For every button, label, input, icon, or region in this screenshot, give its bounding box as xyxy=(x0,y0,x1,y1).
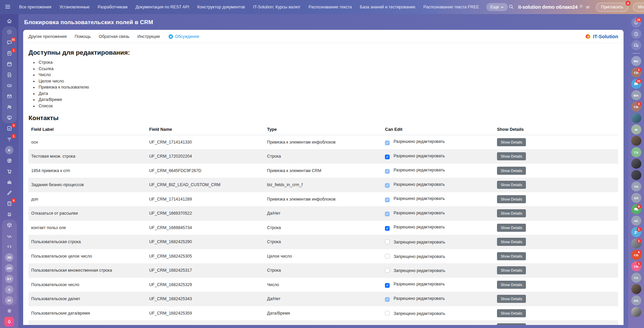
show-details-button[interactable]: Show Details xyxy=(497,238,526,246)
right-sidebar-item[interactable] xyxy=(631,307,642,317)
can-edit-checkbox[interactable] xyxy=(385,141,390,145)
left-sidebar-item[interactable]: 31 xyxy=(2,37,17,48)
right-sidebar-item[interactable]: ОА xyxy=(631,295,642,306)
right-sidebar-item[interactable]: ГА xyxy=(631,273,642,283)
can-edit-checkbox[interactable] xyxy=(385,183,390,188)
right-sidebar-item[interactable]: 8 xyxy=(631,204,642,214)
right-sidebar-item[interactable] xyxy=(631,284,642,294)
tab[interactable]: Обратная связь xyxy=(99,34,129,39)
can-edit-checkbox[interactable] xyxy=(385,283,390,288)
right-sidebar-item[interactable]: МА xyxy=(631,90,642,100)
right-sidebar-item[interactable]: ТЭ xyxy=(631,147,642,157)
left-sidebar-item[interactable] xyxy=(2,16,17,26)
show-details-button[interactable]: Show Details xyxy=(497,295,526,303)
tab[interactable]: Инструкции xyxy=(138,34,160,39)
topbar-nav-item[interactable]: Все приложения xyxy=(19,5,51,9)
show-details-button[interactable]: Show Details xyxy=(497,323,526,325)
tab[interactable]: Помощь xyxy=(75,34,91,39)
left-sidebar-item[interactable] xyxy=(2,177,17,187)
right-sidebar-item[interactable]: 1 xyxy=(631,227,642,237)
right-sidebar-item[interactable] xyxy=(631,29,642,39)
left-sidebar-item[interactable]: Б xyxy=(2,145,17,155)
show-details-button[interactable]: Show Details xyxy=(497,209,526,217)
topbar-nav-item[interactable]: Распознавание текста FREE xyxy=(424,5,479,9)
show-details-button[interactable]: Show Details xyxy=(497,181,526,189)
brand[interactable]: IT-Solution xyxy=(585,34,618,40)
show-details-button[interactable]: Show Details xyxy=(497,195,526,203)
topbar-nav-item[interactable]: Распознавание текста xyxy=(308,5,352,9)
left-sidebar-item[interactable]: 1 xyxy=(2,134,17,145)
can-edit-checkbox[interactable] xyxy=(385,311,390,316)
left-sidebar-item[interactable] xyxy=(2,241,17,252)
left-sidebar-item[interactable] xyxy=(2,316,17,327)
left-sidebar-item[interactable] xyxy=(2,26,17,37)
left-sidebar-item[interactable]: ЗВ xyxy=(2,252,17,263)
left-sidebar-item[interactable] xyxy=(2,166,17,177)
sliders-icon[interactable] xyxy=(585,5,590,10)
right-sidebar-item[interactable]: 15 xyxy=(631,17,642,28)
left-sidebar-item[interactable] xyxy=(2,187,17,198)
right-sidebar-item[interactable]: СБ 6 xyxy=(631,250,642,260)
left-sidebar-item[interactable]: 3 xyxy=(2,123,17,134)
topbar-nav-item[interactable]: IT-Solution: Курсы валют xyxy=(253,5,300,9)
left-sidebar-item[interactable] xyxy=(2,102,17,112)
tab[interactable]: Обсуждение xyxy=(168,34,199,39)
left-sidebar-item[interactable]: БТ xyxy=(2,273,17,284)
show-details-button[interactable]: Show Details xyxy=(497,152,526,160)
show-details-button[interactable]: Show Details xyxy=(497,167,526,175)
topbar-nav-item[interactable]: Установленные xyxy=(59,5,90,9)
more-menu-button[interactable]: Еще xyxy=(486,3,507,11)
right-sidebar-item[interactable] xyxy=(631,40,642,50)
right-sidebar-item[interactable] xyxy=(631,159,642,169)
show-details-button[interactable]: Show Details xyxy=(497,138,526,146)
topbar-button[interactable]: Пригласить 9 xyxy=(596,3,628,12)
right-sidebar-item[interactable]: ТН xyxy=(631,181,642,192)
left-sidebar-item[interactable]: Ю xyxy=(2,295,17,306)
left-sidebar-item[interactable] xyxy=(2,209,17,220)
topbar-nav-item[interactable]: Разработчикам xyxy=(98,5,128,9)
show-details-button[interactable]: Show Details xyxy=(497,266,526,274)
show-details-button[interactable]: Show Details xyxy=(497,252,526,260)
right-sidebar-item[interactable]: СБ 3 xyxy=(631,102,642,112)
left-sidebar-item[interactable]: ИЛ xyxy=(2,263,17,273)
left-sidebar-item[interactable] xyxy=(2,80,17,91)
right-sidebar-item[interactable] xyxy=(631,113,642,123)
can-edit-checkbox[interactable] xyxy=(385,226,390,231)
topbar-nav-item[interactable]: Конструктор документов xyxy=(197,5,245,9)
right-sidebar-item[interactable]: СБ 1 xyxy=(631,261,642,271)
left-sidebar-item[interactable] xyxy=(2,220,17,230)
left-sidebar-item[interactable] xyxy=(2,155,17,166)
left-sidebar-item[interactable]: 9 xyxy=(2,198,17,209)
tab[interactable]: Другие приложения xyxy=(29,34,66,39)
left-sidebar-item[interactable]: S xyxy=(2,284,17,295)
topbar-nav-item[interactable]: Документация по REST API xyxy=(136,5,189,9)
right-sidebar-item[interactable]: 10 xyxy=(631,79,642,89)
left-sidebar-item[interactable] xyxy=(2,59,17,69)
right-sidebar-item[interactable]: АС xyxy=(631,216,642,226)
show-details-button[interactable]: Show Details xyxy=(497,309,526,317)
can-edit-checkbox[interactable] xyxy=(385,239,390,244)
show-details-button[interactable]: Show Details xyxy=(497,281,526,289)
right-sidebar-item[interactable]: М xyxy=(631,124,642,134)
left-sidebar-item[interactable] xyxy=(2,112,17,123)
right-sidebar-item[interactable] xyxy=(631,170,642,180)
right-sidebar-item[interactable]: СБ 1 xyxy=(631,67,642,77)
can-edit-checkbox[interactable] xyxy=(385,212,390,216)
can-edit-checkbox[interactable] xyxy=(385,169,390,174)
show-details-button[interactable]: Show Details xyxy=(497,224,526,232)
left-sidebar-item[interactable]: 1 xyxy=(2,48,17,59)
right-sidebar-item[interactable]: ФС xyxy=(631,56,642,66)
left-sidebar-item[interactable] xyxy=(2,91,17,102)
topbar-nav-item[interactable]: База знаний и тестирование xyxy=(360,5,415,9)
left-sidebar-item[interactable] xyxy=(2,230,17,241)
topbar-button[interactable]: Мой тариф xyxy=(633,3,644,12)
can-edit-checkbox[interactable] xyxy=(385,297,390,302)
right-sidebar-item[interactable]: 1 xyxy=(631,238,642,249)
left-sidebar-item[interactable] xyxy=(2,306,17,316)
can-edit-checkbox[interactable] xyxy=(385,155,390,159)
menu-toggle-button[interactable] xyxy=(4,3,11,11)
can-edit-checkbox[interactable] xyxy=(385,268,390,273)
right-sidebar-item[interactable] xyxy=(631,52,642,55)
can-edit-checkbox[interactable] xyxy=(385,254,390,259)
left-sidebar-item[interactable] xyxy=(2,69,17,80)
